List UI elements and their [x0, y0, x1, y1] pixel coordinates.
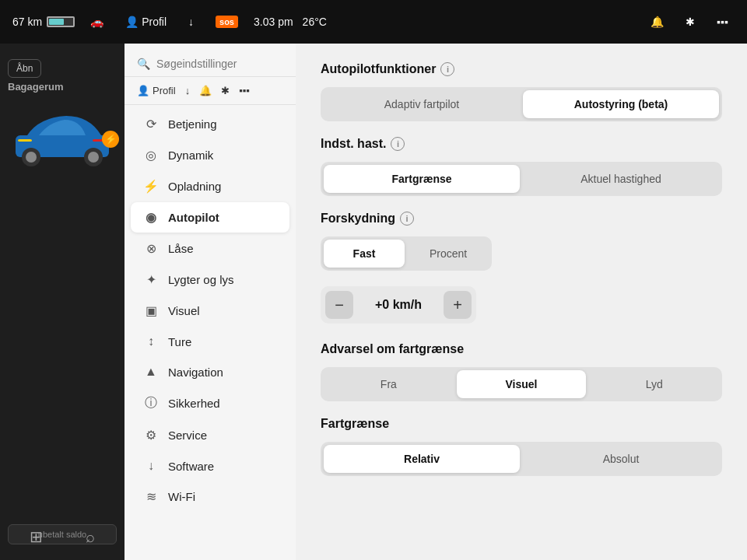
search-btn[interactable]: ⌕	[79, 521, 101, 552]
sidebar-item-navigation[interactable]: ▲Navigation	[131, 357, 289, 387]
service-label: Service	[168, 429, 207, 442]
sikkerhed-icon: ⓘ	[143, 395, 159, 411]
search-input[interactable]	[156, 58, 293, 70]
bottom-controls: ⊞ ⌕	[8, 521, 117, 552]
sidebar-item-visuel[interactable]: ▣Visuel	[131, 296, 289, 326]
download-icon: ↓	[188, 16, 194, 28]
profile-nav-label: Profil	[153, 85, 176, 96]
bluetooth-btn[interactable]: ✱	[679, 12, 701, 31]
sidebar-item-dynamik[interactable]: ◎Dynamik	[131, 140, 289, 170]
profile-nav-btn[interactable]: 👤 Profil	[137, 85, 176, 96]
time-display: 3.03 pm	[254, 16, 293, 28]
download-nav-btn[interactable]: ↓	[185, 85, 191, 96]
limit-section-title: Fartgrænse	[321, 417, 722, 431]
fartgraense-btn[interactable]: Fartgrænse	[324, 165, 520, 193]
offset-info-icon[interactable]: i	[400, 212, 414, 226]
procent-btn[interactable]: Procent	[408, 240, 489, 268]
dynamik-icon: ◎	[143, 148, 159, 163]
sidebar-item-sikkerhed[interactable]: ⓘSikkerhed	[131, 387, 289, 419]
main-layout: Åbn Bagagerum ⚡ ubetalt saldo ⊞ ⌕	[0, 44, 747, 560]
sidebar-item-service[interactable]: ⚙Service	[131, 420, 289, 450]
nav-items-container: ⟳Betjening◎Dynamik⚡Opladning◉Autopilot⊗L…	[124, 108, 296, 513]
sos-badge: sos	[216, 16, 238, 28]
offset-section: Forskydning i Fast Procent − +0 km/h +	[321, 212, 722, 324]
autopilot-icon: ◉	[143, 210, 159, 225]
sidebar-item-wifi[interactable]: ≋Wi-Fi	[131, 481, 289, 512]
signal-icon: ▪▪▪	[717, 16, 728, 28]
lyd-btn[interactable]: Lyd	[589, 370, 719, 398]
svg-point-2	[26, 152, 37, 163]
warning-btn-group: Fra Visuel Lyd	[321, 367, 722, 401]
sidebar-item-lygter[interactable]: ✦Lygter og lys	[131, 264, 289, 295]
download-btn[interactable]: ↓	[182, 12, 200, 31]
sidebar-item-autopilot[interactable]: ◉Autopilot	[131, 202, 289, 233]
autostyring-btn[interactable]: Autostyring (beta)	[523, 90, 719, 118]
navigation-label: Navigation	[168, 366, 223, 379]
service-icon: ⚙	[143, 428, 159, 443]
bell-nav-icon: 🔔	[199, 85, 212, 96]
profile-label: Profil	[142, 16, 167, 28]
bell-icon: 🔔	[651, 16, 664, 28]
range-value: 67 km	[12, 16, 42, 28]
speed-section-title: Indst. hast. i	[321, 137, 722, 151]
wifi-label: Wi-Fi	[168, 490, 195, 503]
visuel-icon: ▣	[143, 303, 159, 318]
sidebar-item-ture[interactable]: ↕Ture	[131, 327, 289, 356]
autopilot-label: Autopilot	[168, 211, 219, 224]
fast-btn[interactable]: Fast	[324, 240, 405, 268]
decrement-btn[interactable]: −	[325, 291, 353, 319]
speed-info-icon[interactable]: i	[391, 137, 405, 151]
signal-nav-btn[interactable]: ▪▪▪	[239, 85, 250, 96]
bell-btn[interactable]: 🔔	[644, 12, 670, 31]
visuel-btn[interactable]: Visuel	[457, 370, 587, 398]
absolut-btn[interactable]: Absolut	[523, 445, 719, 473]
car-icon: 🚗	[90, 16, 103, 28]
sidebar-item-software[interactable]: ↓Software	[131, 451, 289, 481]
sidebar-item-opladning[interactable]: ⚡Opladning	[131, 171, 289, 201]
ture-label: Ture	[168, 335, 191, 348]
dynamik-label: Dynamik	[168, 149, 213, 162]
search-icon: 🔍	[137, 58, 150, 70]
sidebar-item-betjening[interactable]: ⟳Betjening	[131, 109, 289, 139]
relativ-btn[interactable]: Relativ	[324, 445, 520, 473]
betjening-label: Betjening	[168, 117, 217, 131]
sidebar-item-laase[interactable]: ⊗Låse	[131, 233, 289, 264]
increment-btn[interactable]: +	[444, 291, 472, 319]
autopilot-btn-group: Adaptiv fartpilot Autostyring (beta)	[321, 87, 722, 121]
lygter-icon: ✦	[143, 272, 159, 287]
signal-btn[interactable]: ▪▪▪	[710, 12, 735, 31]
left-panel: Åbn Bagagerum ⚡ ubetalt saldo ⊞ ⌕	[0, 44, 124, 560]
offset-value: +0 km/h	[353, 298, 444, 312]
profile-icon: 👤	[125, 16, 139, 28]
signal-nav-icon: ▪▪▪	[239, 85, 250, 96]
laase-icon: ⊗	[143, 241, 159, 256]
charging-icon: ⚡	[102, 131, 119, 148]
aktuel-btn[interactable]: Aktuel hastighed	[523, 165, 719, 193]
bell-nav-btn[interactable]: 🔔	[199, 85, 212, 96]
status-bar: 67 km 🚗 👤 Profil ↓ sos 3.03 pm 26°C 🔔 ✱ …	[0, 0, 747, 44]
profile-btn[interactable]: 👤 Profil	[119, 12, 173, 31]
speed-section: Indst. hast. i Fartgrænse Aktuel hastigh…	[321, 137, 722, 196]
wifi-icon: ≋	[143, 489, 159, 504]
opladning-label: Opladning	[168, 180, 221, 193]
adaptiv-btn[interactable]: Adaptiv fartpilot	[324, 90, 520, 118]
software-icon: ↓	[143, 459, 159, 473]
menu-btn[interactable]: ⊞	[23, 521, 49, 552]
fra-btn[interactable]: Fra	[324, 370, 454, 398]
visuel-label: Visuel	[168, 304, 200, 317]
autopilot-info-icon[interactable]: i	[440, 62, 454, 76]
betjening-icon: ⟳	[143, 117, 159, 131]
warning-section-title: Advarsel om fartgrænse	[321, 342, 722, 356]
range-display: 67 km	[12, 16, 75, 28]
autopilot-section-title: Autopilotfunktioner i	[321, 62, 722, 76]
trunk-open-btn[interactable]: Åbn	[8, 59, 41, 78]
bluetooth-nav-btn[interactable]: ✱	[221, 85, 230, 96]
speed-btn-group: Fartgrænse Aktuel hastighed	[321, 162, 722, 196]
bluetooth-icon: ✱	[686, 16, 695, 28]
navigation-icon: ▲	[143, 365, 159, 379]
offset-btn-group: Fast Procent	[321, 236, 492, 271]
car-icon-btn[interactable]: 🚗	[84, 12, 110, 31]
software-label: Software	[168, 460, 214, 473]
laase-label: Låse	[168, 242, 194, 255]
sos-btn[interactable]: sos	[209, 12, 244, 31]
